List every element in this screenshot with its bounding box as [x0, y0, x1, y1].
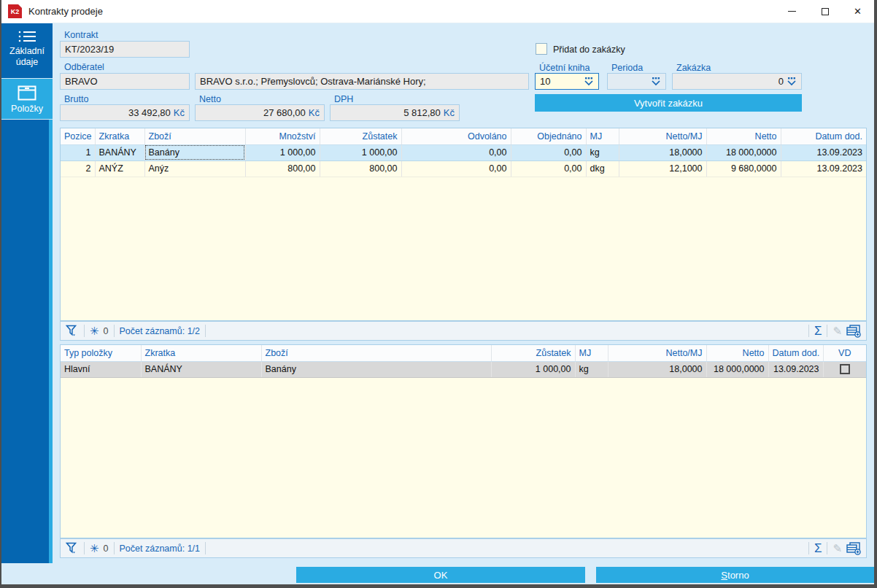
table-cell[interactable]: 1 000,00	[320, 144, 401, 160]
maximize-button[interactable]	[808, 0, 841, 23]
column-header[interactable]: Zboží	[261, 345, 491, 361]
storno-button[interactable]: Storno	[596, 567, 874, 583]
table-add-icon	[846, 542, 861, 555]
table-cell[interactable]: BANÁNY	[95, 144, 144, 160]
table-cell[interactable]: Banány	[261, 361, 491, 377]
filter-icon	[66, 325, 79, 337]
column-header[interactable]: Zkratka	[141, 345, 261, 361]
table-cell[interactable]: Hlavní	[61, 361, 141, 377]
table-cell[interactable]	[823, 361, 866, 377]
table-row[interactable]: 1BANÁNYBanány1 000,001 000,000,000,00kg1…	[61, 144, 866, 160]
table-cell[interactable]: 0,00	[401, 160, 511, 177]
table-cell[interactable]: 13.09.2023	[768, 361, 823, 377]
column-header[interactable]: Datum dod.	[781, 128, 866, 144]
chevron-down-icon	[651, 77, 661, 86]
table-cell[interactable]: ANÝZ	[95, 160, 144, 177]
window-title: Kontrakty prodeje	[28, 6, 103, 17]
sidebar-item-label: Základní údaje	[1, 46, 53, 74]
table-cell[interactable]: 18 000,0000	[706, 144, 781, 160]
minimize-icon	[788, 11, 796, 12]
table-row[interactable]: HlavníBANÁNYBanány1 000,00kg18,000018 00…	[61, 361, 866, 377]
column-header[interactable]: Množství	[245, 128, 320, 144]
column-header[interactable]: MJ	[575, 345, 608, 361]
table-cell[interactable]: 1 000,00	[245, 144, 320, 160]
subitems-table-statusbar: ✳ 0 Počet záznamů: 1/1 Σ ✎	[60, 538, 867, 558]
pridat-do-zakazky-checkbox[interactable]	[536, 43, 547, 55]
ucetni-kniha-dropdown[interactable]: 10	[535, 73, 599, 90]
column-header[interactable]: Netto/MJ	[619, 128, 706, 144]
pridat-do-zakazky-label: Přidat do zakázky	[553, 45, 625, 55]
sum-button[interactable]: Σ	[814, 542, 822, 554]
separator	[84, 542, 85, 554]
column-header[interactable]: Odvoláno	[401, 128, 511, 144]
column-header[interactable]: Netto	[706, 128, 781, 144]
subitems-table[interactable]: Typ položkyZkratkaZbožíZůstatekMJNetto/M…	[61, 345, 866, 378]
filter-button[interactable]	[66, 542, 79, 554]
sidebar-item-zakladni-udaje[interactable]: Základní údaje	[1, 23, 53, 79]
add-record-button[interactable]	[846, 325, 861, 338]
table-cell[interactable]: 0,00	[401, 144, 511, 160]
filter-button[interactable]	[66, 325, 79, 337]
sidebar-item-label: Položky	[1, 104, 53, 120]
table-cell[interactable]: 18,0000	[608, 361, 706, 377]
table-cell[interactable]: 1	[61, 144, 95, 160]
column-header[interactable]: MJ	[586, 128, 619, 144]
table-cell[interactable]: 0,00	[511, 160, 586, 177]
items-table[interactable]: PoziceZkratkaZbožíMnožstvíZůstatekOdvolá…	[61, 128, 866, 177]
table-cell[interactable]: 13.09.2023	[781, 144, 866, 160]
close-button[interactable]: ✕	[841, 0, 874, 23]
column-header[interactable]: VD	[823, 345, 866, 361]
kontrakt-field[interactable]: KT/2023/19	[60, 41, 190, 58]
table-cell[interactable]: 800,00	[320, 160, 401, 177]
record-count: Počet záznamů: 1/1	[120, 543, 200, 554]
table-cell[interactable]: 18,0000	[619, 144, 706, 160]
table-cell[interactable]: 800,00	[245, 160, 320, 177]
perioda-dropdown[interactable]	[607, 73, 666, 90]
vd-checkbox[interactable]	[840, 364, 850, 374]
brutto-label: Brutto	[64, 94, 88, 104]
table-cell[interactable]: 12,1000	[619, 160, 706, 177]
table-cell[interactable]: kg	[586, 144, 619, 160]
column-header[interactable]: Zůstatek	[320, 128, 401, 144]
column-header[interactable]: Zkratka	[95, 128, 144, 144]
column-header[interactable]: Zboží	[144, 128, 245, 144]
column-header[interactable]: Netto	[706, 345, 768, 361]
odberatel-address-field[interactable]: BRAVO s.r.o.; Přemyslovců; Ostrava-Mariá…	[195, 73, 529, 90]
vytvorit-zakazku-button[interactable]: Vytvořit zakázku	[535, 94, 802, 112]
table-cell[interactable]: 18 000,0000	[706, 361, 768, 377]
column-header[interactable]: Objednáno	[511, 128, 586, 144]
table-cell[interactable]: Anýz	[144, 160, 245, 177]
odberatel-field[interactable]: BRAVO	[60, 73, 190, 90]
table-cell[interactable]: Banány	[144, 144, 245, 160]
table-cell[interactable]: 1 000,00	[491, 361, 575, 377]
k2-app-icon: K2	[8, 4, 22, 18]
separator	[114, 325, 115, 337]
sum-button[interactable]: Σ	[814, 325, 822, 337]
table-cell[interactable]: 2	[61, 160, 95, 177]
column-header[interactable]: Netto/MJ	[608, 345, 706, 361]
table-cell[interactable]: 0,00	[511, 144, 586, 160]
zakazka-dropdown[interactable]: 0	[672, 73, 802, 90]
freeze-filter-icon[interactable]: ✳	[90, 325, 99, 336]
column-header[interactable]: Pozice	[61, 128, 95, 144]
column-header[interactable]: Zůstatek	[491, 345, 575, 361]
table-cell[interactable]: dkg	[586, 160, 619, 177]
column-header[interactable]: Datum dod.	[768, 345, 823, 361]
table-header-row: Typ položkyZkratkaZbožíZůstatekMJNetto/M…	[61, 345, 866, 361]
table-header-row: PoziceZkratkaZbožíMnožstvíZůstatekOdvolá…	[61, 128, 866, 144]
sidebar: Základní údaje Položky	[1, 23, 53, 563]
edit-button[interactable]: ✎	[832, 325, 842, 336]
table-cell[interactable]: 13.09.2023	[781, 160, 866, 177]
freeze-filter-icon[interactable]: ✳	[90, 543, 99, 554]
edit-button[interactable]: ✎	[832, 543, 842, 554]
dph-label: DPH	[334, 94, 353, 104]
minimize-button[interactable]	[776, 0, 808, 23]
table-cell[interactable]: kg	[575, 361, 608, 377]
table-cell[interactable]: 9 680,0000	[706, 160, 781, 177]
ok-button[interactable]: OK	[296, 567, 585, 583]
table-row[interactable]: 2ANÝZAnýz800,00800,000,000,00dkg12,10009…	[61, 160, 866, 177]
add-record-button[interactable]	[846, 542, 861, 555]
column-header[interactable]: Typ položky	[61, 345, 141, 361]
table-cell[interactable]: BANÁNY	[141, 361, 261, 377]
sidebar-item-polozky[interactable]: Položky	[1, 79, 53, 120]
